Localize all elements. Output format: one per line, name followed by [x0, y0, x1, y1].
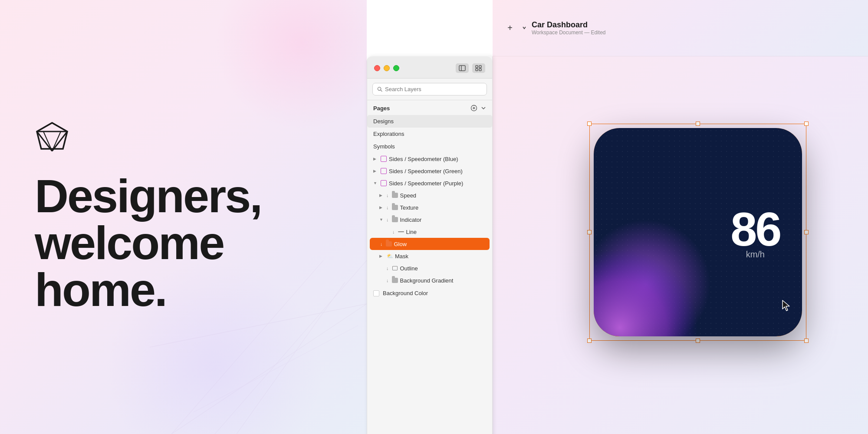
layer-line[interactable]: ↓ Line [367, 226, 492, 238]
layer-label: Sides / Speedometer (Purple) [389, 180, 463, 187]
svg-line-3 [171, 304, 367, 434]
traffic-lights [374, 65, 399, 71]
layer-background-color[interactable]: Background Color [367, 286, 492, 300]
page-item-designs[interactable]: Designs [367, 115, 492, 128]
search-input-wrap[interactable] [372, 83, 487, 95]
sym-arrow-icon: ↓ [380, 241, 383, 247]
layer-speed[interactable]: ▶ ↓ Speed [367, 189, 492, 201]
rect-icon [391, 265, 398, 272]
app-logo-icon [35, 121, 69, 155]
chevron-down-icon[interactable] [481, 105, 486, 111]
layer-label: Background Gradient [400, 277, 454, 284]
close-button[interactable] [374, 65, 380, 71]
svg-rect-17 [479, 66, 481, 68]
layer-label: Background Color [383, 290, 428, 296]
layer-label: Sides / Speedometer (Green) [389, 168, 463, 174]
chevron-down-icon: ▼ [373, 181, 378, 185]
svg-rect-14 [459, 66, 465, 71]
artboard-icon [380, 180, 387, 187]
layer-texture[interactable]: ▶ ↓ Texture [367, 201, 492, 214]
layer-background-gradient[interactable]: ↓ Background Gradient [367, 274, 492, 286]
layer-speedometer-blue[interactable]: ▶ Sides / Speedometer (Blue) [367, 153, 492, 165]
top-toolbar: + Car Dashboard Workspace Document — Edi… [493, 0, 868, 56]
window-right-controls [456, 63, 485, 73]
canvas-panel: + Car Dashboard Workspace Document — Edi… [493, 0, 868, 434]
layer-label: Sides / Speedometer (Blue) [389, 156, 458, 162]
corner-handle-rm[interactable] [804, 230, 809, 234]
layers-list: ▶ Sides / Speedometer (Blue) ▶ Sides / S… [367, 153, 492, 434]
pages-label: Pages [373, 105, 390, 112]
corner-handle-br[interactable] [804, 339, 809, 343]
sym-arrow-icon: ↓ [386, 266, 389, 271]
grid-view-button[interactable] [472, 63, 485, 73]
chevron-right-icon: ▶ [373, 157, 378, 161]
folder-icon [391, 277, 398, 284]
add-page-icon[interactable] [470, 105, 477, 112]
layer-label: Mask [395, 253, 408, 260]
minimize-button[interactable] [384, 65, 390, 71]
indicator-arc [594, 215, 715, 336]
chevron-right-icon: ▶ [379, 193, 385, 197]
line-icon [398, 228, 404, 235]
add-button[interactable]: + [503, 21, 517, 35]
folder-orange-icon [385, 240, 392, 247]
sym-arrow-icon: ↓ [386, 205, 389, 210]
canvas-area[interactable]: 86 km/h [493, 56, 868, 434]
search-icon [377, 86, 382, 92]
svg-rect-16 [476, 66, 478, 68]
cursor-icon [782, 299, 791, 312]
cloud-icon: ⛅ [386, 253, 393, 260]
inspector-toggle-button[interactable] [456, 63, 469, 73]
document-subtitle: Workspace Document — Edited [532, 30, 606, 36]
svg-line-21 [381, 90, 382, 91]
corner-handle-bl[interactable] [587, 339, 592, 343]
corner-handle-bm[interactable] [696, 339, 700, 343]
layer-indicator[interactable]: ▼ ↓ Indicator [367, 214, 492, 226]
layer-mask[interactable]: ▶ ⛅ Mask [367, 250, 492, 262]
layer-outline[interactable]: ↓ Outline [367, 262, 492, 274]
sym-arrow-icon: ↓ [392, 229, 395, 234]
sym-arrow-icon: ↓ [386, 278, 389, 283]
breadcrumb: Car Dashboard Workspace Document — Edite… [532, 20, 606, 36]
layer-label: Speed [400, 192, 417, 199]
pages-controls [470, 105, 486, 112]
layer-label: Outline [400, 265, 418, 272]
page-item-symbols[interactable]: Symbols [367, 140, 492, 153]
layers-panel: Pages Designs Explorations Symbols ▶ Sid… [367, 56, 493, 434]
folder-icon [391, 216, 398, 223]
corner-handle-tl[interactable] [587, 122, 592, 126]
svg-line-8 [37, 123, 52, 132]
color-swatch [373, 290, 379, 296]
artboard-icon [380, 168, 387, 174]
folder-icon [391, 192, 398, 199]
search-layers-input[interactable] [385, 86, 482, 92]
artboard-icon [380, 155, 387, 162]
layer-glow[interactable]: ↓ Glow [370, 238, 490, 250]
corner-handle-tr[interactable] [804, 122, 809, 126]
layer-speedometer-green[interactable]: ▶ Sides / Speedometer (Green) [367, 165, 492, 177]
layer-label: Glow [394, 241, 407, 247]
layer-label: Indicator [400, 217, 422, 223]
layer-speedometer-purple[interactable]: ▼ Sides / Speedometer (Purple) [367, 177, 492, 189]
speed-value: 86 [730, 205, 780, 253]
welcome-line3: home. [35, 266, 332, 313]
chevron-right-icon: ▶ [379, 254, 385, 258]
svg-rect-18 [476, 69, 478, 71]
sym-arrow-icon: ↓ [386, 217, 389, 222]
corner-handle-lm[interactable] [587, 230, 592, 234]
chevron-dropdown-icon[interactable] [522, 26, 526, 31]
folder-icon [391, 204, 398, 211]
zoom-button[interactable] [393, 65, 399, 71]
corner-handle-tm[interactable] [696, 122, 700, 126]
welcome-line2: welcome [35, 220, 332, 266]
page-item-explorations[interactable]: Explorations [367, 128, 492, 140]
chevron-right-icon: ▶ [373, 169, 378, 173]
svg-marker-6 [37, 123, 67, 149]
speedometer-artboard[interactable]: 86 km/h [594, 128, 802, 336]
sym-arrow-icon: ↓ [386, 193, 389, 198]
welcome-panel: Designers, welcome home. [0, 0, 367, 434]
svg-point-25 [594, 250, 698, 336]
layer-label: Texture [400, 204, 419, 211]
search-bar [367, 79, 492, 100]
svg-line-5 [193, 326, 358, 412]
